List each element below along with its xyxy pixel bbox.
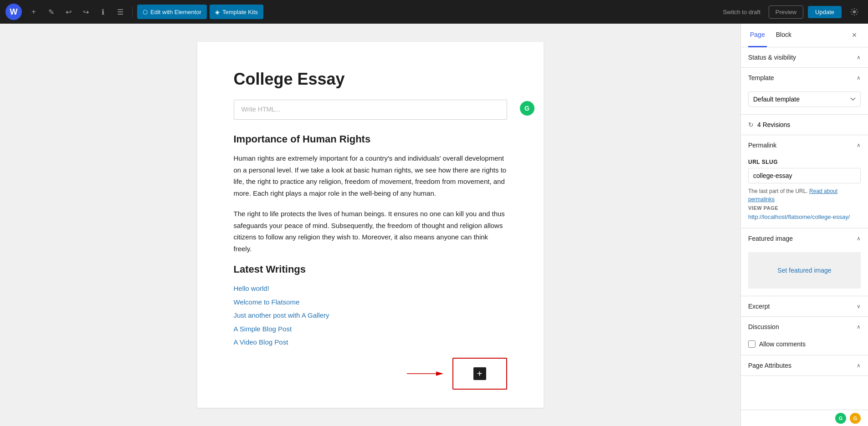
discussion-header[interactable]: Discussion ∧ <box>741 317 868 337</box>
redo-button[interactable]: ↪ <box>78 5 93 19</box>
discussion-label: Discussion <box>748 323 779 330</box>
status-visibility-label: Status & visibility <box>748 54 796 61</box>
section2-heading: Latest Writings <box>234 264 507 275</box>
bottom-icon-grammarly[interactable]: G <box>835 413 846 424</box>
plus-icon: + <box>473 367 486 380</box>
bottom-icon-secondary[interactable]: G <box>850 413 861 424</box>
excerpt-header[interactable]: Excerpt ∨ <box>741 296 868 316</box>
grammarly-badge: G <box>520 101 534 116</box>
tools-button[interactable]: ☰ <box>113 5 128 19</box>
link-item[interactable]: A Simple Blog Post <box>234 323 507 335</box>
allow-comments-label: Allow comments <box>759 340 806 348</box>
status-visibility-header[interactable]: Status & visibility ∧ <box>741 47 868 67</box>
toolbar-right: Switch to draft Preview Update <box>719 4 863 20</box>
template-kits-button[interactable]: ◈ Template Kits <box>210 5 263 19</box>
switch-to-draft-button[interactable]: Switch to draft <box>719 7 764 17</box>
page-title: College Essay <box>234 69 507 89</box>
featured-image-content: Set featured image <box>741 248 868 296</box>
discussion-content: Allow comments <box>741 337 868 355</box>
set-featured-image-button[interactable]: Set featured image <box>777 267 831 274</box>
page-attributes-section: Page Attributes ∧ <box>741 355 868 376</box>
page-attributes-label: Page Attributes <box>748 362 791 369</box>
add-block-button[interactable]: + <box>452 358 507 390</box>
status-visibility-section: Status & visibility ∧ <box>741 47 868 68</box>
excerpt-section: Excerpt ∨ <box>741 296 868 317</box>
toolbar-divider <box>132 6 133 17</box>
template-content: Default template <box>741 88 868 114</box>
template-section: Template ∧ Default template <box>741 68 868 115</box>
chevron-up-icon-discussion: ∧ <box>857 324 861 330</box>
link-item[interactable]: Just another post with A Gallery <box>234 309 507 321</box>
allow-comments-row[interactable]: Allow comments <box>748 340 861 348</box>
template-header[interactable]: Template ∧ <box>741 68 868 88</box>
featured-image-label: Featured image <box>748 235 793 242</box>
edit-toolbar-button[interactable]: ✎ <box>44 5 58 19</box>
sidebar-header: Page Block × <box>741 24 868 47</box>
revisions-label: 4 Revisions <box>757 121 790 128</box>
html-placeholder: Write HTML... <box>241 106 281 113</box>
bottom-bar: G G <box>741 410 868 426</box>
revisions-icon: ↻ <box>748 121 754 128</box>
paragraph-1: Human rights are extremely important for… <box>234 152 507 199</box>
sidebar-close-button[interactable]: × <box>848 29 861 42</box>
update-button[interactable]: Update <box>808 6 842 18</box>
templatekits-icon: ◈ <box>215 9 220 15</box>
toolbar: W + ✎ ↩ ↪ ℹ ☰ ⬡ Edit with Elementor ◈ Te… <box>0 0 868 24</box>
chevron-up-icon-template: ∧ <box>857 75 861 81</box>
url-slug-description: The last part of the URL. Read about per… <box>748 187 861 203</box>
paragraph-2: The right to life protects the lives of … <box>234 208 507 254</box>
link-item[interactable]: Hello world! <box>234 283 507 294</box>
featured-image-section: Featured image ∧ Set featured image <box>741 228 868 296</box>
chevron-up-icon-permalink: ∧ <box>857 142 861 148</box>
permalink-label: Permalink <box>748 142 776 149</box>
excerpt-label: Excerpt <box>748 303 770 310</box>
url-slug-label: URL SLUG <box>748 159 861 165</box>
permalink-section: Permalink ∧ URL SLUG The last part of th… <box>741 135 868 228</box>
view-page-label: VIEW PAGE <box>748 205 861 211</box>
info-button[interactable]: ℹ <box>96 5 110 19</box>
allow-comments-checkbox[interactable] <box>748 340 755 348</box>
page-attributes-header[interactable]: Page Attributes ∧ <box>741 355 868 375</box>
edit-with-elementor-button[interactable]: ⬡ Edit with Elementor <box>137 5 207 19</box>
svg-marker-2 <box>436 371 443 376</box>
undo-button[interactable]: ↩ <box>61 5 76 19</box>
chevron-up-icon-featured: ∧ <box>857 235 861 242</box>
tab-page[interactable]: Page <box>748 24 767 47</box>
links-section: Hello world! Welcome to Flatsome Just an… <box>234 283 507 348</box>
view-page-link[interactable]: http://localhost/flatsome/college-essay/ <box>748 213 850 220</box>
elementor-icon: ⬡ <box>143 9 148 15</box>
svg-point-0 <box>853 11 855 13</box>
chevron-up-icon: ∧ <box>857 54 861 61</box>
main-layout: G College Essay Write HTML... Importance… <box>0 24 868 426</box>
chevron-up-icon-attributes: ∧ <box>857 362 861 369</box>
link-item[interactable]: A Video Blog Post <box>234 336 507 348</box>
sidebar: Page Block × Status & visibility ∧ Templ… <box>740 24 868 426</box>
editor-content: G College Essay Write HTML... Importance… <box>197 42 544 408</box>
template-select[interactable]: Default template <box>748 91 861 107</box>
tab-block[interactable]: Block <box>774 24 793 47</box>
template-label: Template <box>748 74 774 81</box>
red-arrow-indicator <box>407 369 443 378</box>
wp-logo-icon[interactable]: W <box>5 4 22 20</box>
add-block-area: + <box>407 358 507 390</box>
chevron-down-icon-excerpt: ∨ <box>857 303 861 309</box>
preview-button[interactable]: Preview <box>769 5 803 19</box>
discussion-section: Discussion ∧ Allow comments <box>741 317 868 355</box>
section1-heading: Importance of Human Rights <box>234 133 507 145</box>
sidebar-body: Status & visibility ∧ Template ∧ Default… <box>741 47 868 410</box>
add-block-toolbar-button[interactable]: + <box>26 5 41 19</box>
link-item[interactable]: Welcome to Flatsome <box>234 296 507 308</box>
editor-area: G College Essay Write HTML... Importance… <box>0 24 740 426</box>
revisions-row[interactable]: ↻ 4 Revisions <box>741 115 868 135</box>
html-input-area[interactable]: Write HTML... <box>234 100 507 120</box>
featured-image-placeholder: Set featured image <box>748 252 861 289</box>
settings-button[interactable] <box>846 4 863 20</box>
featured-image-header[interactable]: Featured image ∧ <box>741 228 868 248</box>
permalink-header[interactable]: Permalink ∧ <box>741 135 868 155</box>
url-slug-input[interactable] <box>748 168 861 183</box>
permalink-content: URL SLUG The last part of the URL. Read … <box>741 155 868 228</box>
